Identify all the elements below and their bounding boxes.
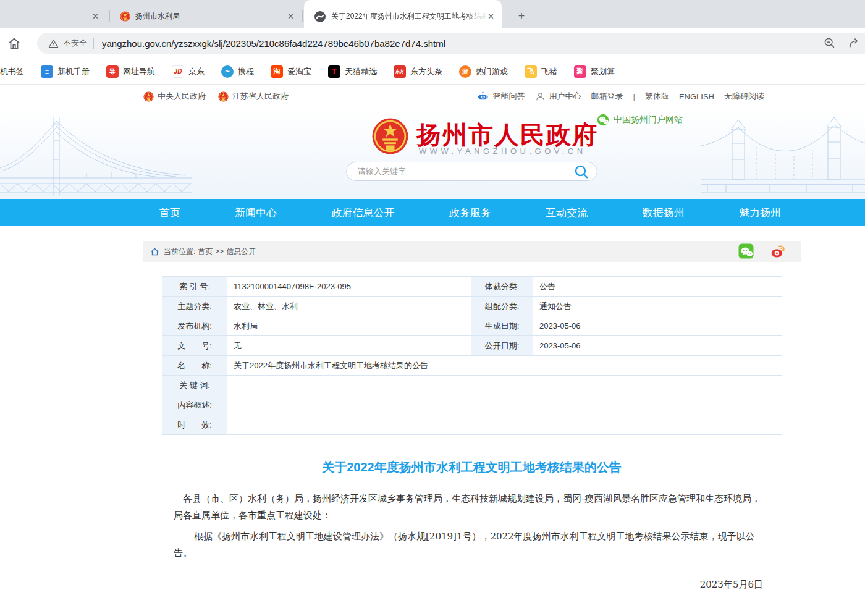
portal-link[interactable]: 中国扬州门户网站 — [597, 114, 683, 126]
link-english[interactable]: ENGLISH — [679, 92, 714, 101]
bookmark-item-tmall[interactable]: T 天猫精选 — [328, 65, 377, 78]
weibo-share-icon[interactable] — [770, 243, 786, 259]
bookmark-item-manual[interactable]: ≡ 新机手册 — [41, 65, 90, 78]
breadcrumb-section-link[interactable]: 信息公开 — [226, 247, 256, 257]
meta-value-cell — [227, 415, 782, 435]
search-icon[interactable] — [573, 164, 589, 180]
nav-data[interactable]: 数据扬州 — [643, 206, 685, 220]
table-row: 文 号: 无 公开日期: 2023-05-06 — [162, 336, 782, 356]
announcement-article: 关于2022年度扬州市水利工程文明工地考核结果的公告 各县（市、区）水利（务）局… — [162, 458, 782, 616]
browser-window: ✕ 扬州市水利局 ✕ 关于2022年度扬州市水利工程文明工地考核结果的公告 ✕ … — [0, 0, 865, 616]
tab-title: 关于2022年度扬州市水利工程文明工地考核结果的公告 — [331, 11, 487, 22]
bookmark-item-sitenav[interactable]: 导 网址导航 — [106, 65, 155, 78]
share-icon[interactable] — [848, 36, 861, 50]
gov-emblem-icon — [143, 91, 154, 102]
site-header: 扬州市人民政府 WWW.YANGZHOU.GOV.CN 中国扬州门户网站 — [0, 108, 865, 199]
nav-home[interactable]: 首页 — [159, 206, 180, 220]
bookmark-item-games[interactable]: 游 热门游戏 — [459, 65, 508, 78]
tmall-icon: T — [328, 65, 340, 78]
bridge-artwork-right — [701, 111, 865, 199]
link-accessibility[interactable]: 无障碍阅读 — [724, 91, 764, 102]
bookmark-item-fliggy[interactable]: 飞 飞猪 — [525, 65, 557, 78]
share-buttons — [738, 243, 786, 259]
tab-divider — [109, 10, 110, 22]
gov-emblem-icon — [218, 91, 229, 102]
breadcrumb: 当前位置: 首页 >> 信息公开 — [143, 241, 801, 262]
nav-info-disclosure[interactable]: 政府信息公开 — [332, 206, 395, 220]
table-row: 内容概述: — [162, 395, 782, 415]
nav-interaction[interactable]: 互动交流 — [546, 206, 588, 220]
bookmark-item-taobao[interactable]: 淘 爱淘宝 — [271, 65, 311, 78]
nav-charm[interactable]: 魅力扬州 — [739, 206, 781, 220]
tab-shuiliju[interactable]: 扬州市水利局 ✕ — [111, 5, 303, 28]
link-user-center[interactable]: 用户中心 — [535, 91, 581, 102]
breadcrumb-home-link[interactable]: 首页 — [198, 247, 213, 257]
breadcrumb-home-icon[interactable] — [150, 247, 159, 256]
table-row: 发布机构: 水利局 生成日期: 2023-05-06 — [162, 316, 782, 336]
meta-label-cell: 体裁分类: — [471, 277, 533, 297]
bookmark-item-east[interactable]: 东方 东方头条 — [394, 65, 442, 78]
taobao-icon: 淘 — [271, 65, 283, 78]
meta-value-cell: 无 — [227, 336, 471, 356]
bookmark-label: 东方头条 — [410, 66, 442, 77]
bookmarks-bar: 机书签 ≡ 新机手册 导 网址导航 JD 京东 ~ 携程 淘 爱淘宝 T 天猫精… — [0, 59, 865, 85]
search-input[interactable] — [347, 167, 573, 176]
nav-services[interactable]: 政务服务 — [449, 206, 491, 220]
gov-links-right: 智能问答 用户中心 邮箱登录 | 繁体版 ENGLISH 无障碍阅读 — [476, 85, 764, 108]
security-label: 不安全 — [63, 38, 87, 49]
zoom-out-icon[interactable] — [823, 36, 837, 50]
tab-cutoff[interactable]: ✕ — [0, 5, 110, 28]
tab-close-icon[interactable]: ✕ — [92, 12, 99, 20]
nav-news[interactable]: 新闻中心 — [235, 206, 277, 220]
bookmark-item-jd[interactable]: JD 京东 — [172, 65, 205, 78]
site-favicon — [314, 11, 326, 23]
search-bar — [346, 162, 597, 181]
link-mail-login[interactable]: 邮箱登录 — [591, 91, 623, 102]
meta-value-cell: 关于2022年度扬州市水利工程文明工地考核结果的公告 — [227, 356, 782, 376]
national-emblem-logo — [371, 117, 409, 155]
bookmark-item-ctrip[interactable]: ~ 携程 — [221, 65, 254, 78]
link-smart-qa[interactable]: 智能问答 — [476, 91, 525, 102]
address-bar[interactable]: 不安全 yangzhou.gov.cn/yzszxxgk/slj/202305/… — [37, 33, 865, 54]
link-central-gov[interactable]: 中央人民政府 — [143, 91, 206, 102]
link-traditional[interactable]: 繁体版 — [645, 91, 669, 102]
table-row: 关 键 词: — [162, 376, 782, 395]
meta-value-cell — [227, 376, 782, 395]
article-date: 2023年5月6日 — [174, 576, 763, 593]
wechat-icon — [597, 114, 609, 126]
topbar-divider: | — [633, 92, 635, 101]
link-jiangsu-gov[interactable]: 江苏省人民政府 — [218, 91, 289, 102]
meta-label-cell: 主题分类: — [162, 297, 227, 316]
tab-close-icon[interactable]: ✕ — [287, 12, 294, 20]
article-paragraph: 各县（市、区）水利（务）局，扬州经济开发区城乡事务管理局，生态科技新城规划建设局… — [174, 491, 763, 524]
home-icon[interactable] — [7, 36, 22, 51]
meta-value-cell: 农业、林业、水利 — [227, 297, 471, 316]
bookmark-item-cutoff[interactable]: 机书签 — [0, 66, 24, 77]
meta-label-cell: 生成日期: — [471, 316, 533, 336]
page-content: 当前位置: 首页 >> 信息公开 — [143, 241, 863, 616]
bookmark-label: 热门游戏 — [476, 66, 508, 77]
bookmark-label: 新机手册 — [57, 66, 90, 77]
gov-emblem-favicon — [120, 11, 130, 22]
tab-strip: ✕ 扬州市水利局 ✕ 关于2022年度扬州市水利工程文明工地考核结果的公告 ✕ … — [0, 0, 865, 28]
article-title: 关于2022年度扬州市水利工程文明工地考核结果的公告 — [162, 458, 782, 476]
meta-value-cell — [227, 395, 782, 415]
table-row: 时 效: — [162, 415, 782, 435]
tab-close-icon[interactable]: ✕ — [487, 12, 494, 20]
url-text[interactable]: yangzhou.gov.cn/yzszxxgk/slj/202305/210c… — [102, 38, 812, 49]
tab-active-announcement[interactable]: 关于2022年度扬州市水利工程文明工地考核结果的公告 ✕ — [304, 0, 502, 28]
table-row: 名 称: 关于2022年度扬州市水利工程文明工地考核结果的公告 — [162, 356, 782, 376]
tab-divider — [302, 10, 303, 22]
wechat-share-icon[interactable] — [738, 243, 754, 259]
not-secure-warning-icon — [48, 38, 59, 49]
bookmark-label: 爱淘宝 — [287, 66, 311, 77]
bookmark-item-juhuasuan[interactable]: 聚 聚划算 — [574, 65, 615, 78]
meta-label-cell: 时 效: — [162, 415, 227, 435]
gov-links-left: 中央人民政府 江苏省人民政府 — [143, 85, 289, 108]
browser-toolbar: 不安全 yangzhou.gov.cn/yzszxxgk/slj/202305/… — [0, 28, 865, 59]
meta-value-cell: 通知公告 — [533, 297, 782, 316]
meta-label-cell: 内容概述: — [162, 395, 227, 415]
meta-label-cell: 文 号: — [162, 336, 227, 356]
bookmark-label: 京东 — [188, 66, 205, 77]
new-tab-button[interactable]: + — [513, 7, 530, 25]
